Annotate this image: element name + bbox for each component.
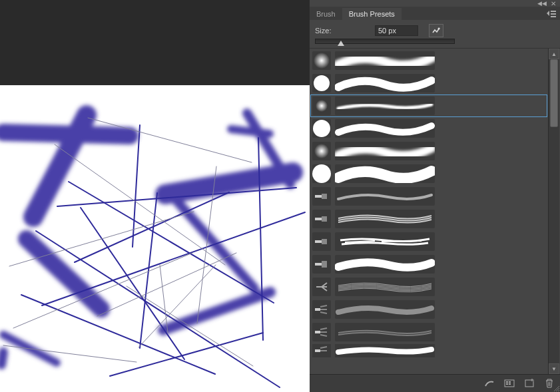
flyout-menu-icon[interactable]	[543, 9, 560, 20]
scroll-down-icon[interactable]: ▼	[549, 363, 559, 374]
flat-brush-icon	[312, 210, 331, 228]
round-hard-icon	[312, 74, 331, 93]
flat-brush-icon	[312, 232, 331, 251]
preset-list[interactable]	[310, 49, 548, 374]
svg-rect-49	[315, 308, 320, 311]
stroke-preview	[335, 119, 435, 138]
svg-point-38	[313, 120, 330, 137]
svg-rect-45	[315, 240, 322, 243]
svg-rect-51	[315, 349, 320, 352]
stroke-preview	[335, 232, 435, 251]
svg-rect-41	[315, 195, 322, 198]
svg-rect-46	[322, 239, 327, 244]
canvas-strokes	[0, 85, 310, 392]
preset-item-selected[interactable]	[311, 95, 547, 116]
preset-item[interactable]	[311, 163, 547, 184]
svg-line-27	[3, 345, 137, 362]
preset-item[interactable]	[311, 276, 547, 297]
stroke-preview	[335, 142, 435, 160]
stroke-preview	[335, 278, 435, 296]
tab-brush[interactable]: Brush	[310, 8, 342, 20]
bristle-brush-icon	[312, 344, 331, 357]
stroke-preview	[335, 97, 435, 115]
slider-track[interactable]	[315, 39, 455, 44]
preset-item[interactable]	[311, 50, 547, 71]
round-soft-icon	[312, 51, 331, 70]
size-input[interactable]	[375, 25, 418, 36]
brush-presets-panel: ◀◀ ✕ Brush Brush Presets Size:	[310, 0, 560, 392]
stroke-preview	[335, 187, 435, 206]
preset-item[interactable]	[311, 73, 547, 94]
round-soft-icon	[312, 142, 331, 160]
preset-item[interactable]	[311, 299, 547, 320]
svg-rect-53	[506, 381, 508, 383]
tab-brush-presets[interactable]: Brush Presets	[342, 8, 402, 20]
preset-item[interactable]	[311, 254, 547, 275]
canvas[interactable]	[0, 85, 310, 392]
preset-item[interactable]	[311, 321, 547, 343]
stroke-preview	[335, 51, 435, 70]
scroll-up-icon[interactable]: ▲	[549, 49, 559, 59]
preset-item[interactable]	[311, 344, 547, 357]
panel-footer	[310, 374, 560, 392]
preset-manager-icon[interactable]	[504, 378, 515, 389]
bristle-brush-icon	[312, 300, 331, 319]
collapse-icon[interactable]: ◀◀	[537, 0, 547, 7]
round-hard-icon	[312, 119, 331, 138]
preset-area: ▲ ▼	[310, 48, 560, 374]
svg-point-37	[316, 100, 328, 112]
bristle-brush-icon	[312, 323, 331, 341]
stroke-preview	[335, 300, 435, 319]
stroke-preview	[335, 323, 435, 341]
preset-item[interactable]	[311, 140, 547, 162]
close-icon[interactable]: ✕	[551, 0, 556, 7]
svg-line-8	[1, 352, 3, 365]
svg-rect-55	[506, 383, 508, 385]
scroll-thumb[interactable]	[550, 59, 558, 127]
stroke-preview	[335, 74, 435, 93]
resize-handle-icon[interactable]	[552, 384, 560, 392]
preset-item[interactable]	[311, 231, 547, 252]
svg-rect-42	[322, 194, 327, 199]
slider-thumb[interactable]	[338, 41, 344, 46]
svg-point-36	[314, 75, 330, 91]
round-soft-icon	[312, 97, 331, 115]
preset-item[interactable]	[311, 186, 547, 207]
size-row: Size:	[310, 20, 560, 39]
new-preset-icon[interactable]	[524, 378, 535, 389]
live-tip-preview-icon[interactable]	[484, 378, 495, 389]
svg-point-40	[312, 164, 331, 183]
svg-rect-32	[551, 13, 556, 15]
panel-tabs: Brush Brush Presets	[310, 7, 560, 20]
stroke-preview	[335, 255, 435, 274]
preset-item[interactable]	[311, 208, 547, 230]
svg-rect-44	[322, 216, 327, 222]
svg-rect-48	[322, 261, 327, 268]
svg-point-35	[314, 53, 330, 69]
panel-topbar: ◀◀ ✕	[310, 0, 560, 7]
preset-item[interactable]	[311, 118, 547, 139]
round-hard-icon	[312, 164, 331, 183]
svg-line-2	[165, 172, 293, 194]
stroke-preview	[335, 210, 435, 228]
svg-rect-54	[509, 381, 511, 383]
svg-rect-31	[551, 11, 556, 12]
size-slider[interactable]	[310, 39, 560, 48]
svg-point-39	[314, 144, 329, 158]
fan-brush-icon	[312, 278, 331, 296]
svg-line-28	[160, 265, 168, 333]
stroke-preview	[335, 164, 435, 183]
flat-brush-icon	[312, 187, 331, 206]
brush-pose-toggle-icon[interactable]	[429, 24, 443, 37]
svg-line-9	[231, 129, 270, 134]
svg-line-19	[110, 333, 263, 376]
svg-rect-43	[315, 218, 322, 220]
flat-brush-icon	[312, 255, 331, 274]
preset-scrollbar[interactable]: ▲ ▼	[548, 49, 559, 374]
svg-rect-47	[315, 263, 322, 266]
size-label: Size:	[315, 27, 368, 35]
stroke-preview	[335, 344, 435, 357]
svg-point-34	[438, 28, 440, 30]
svg-line-16	[36, 231, 280, 387]
svg-rect-33	[551, 16, 556, 17]
